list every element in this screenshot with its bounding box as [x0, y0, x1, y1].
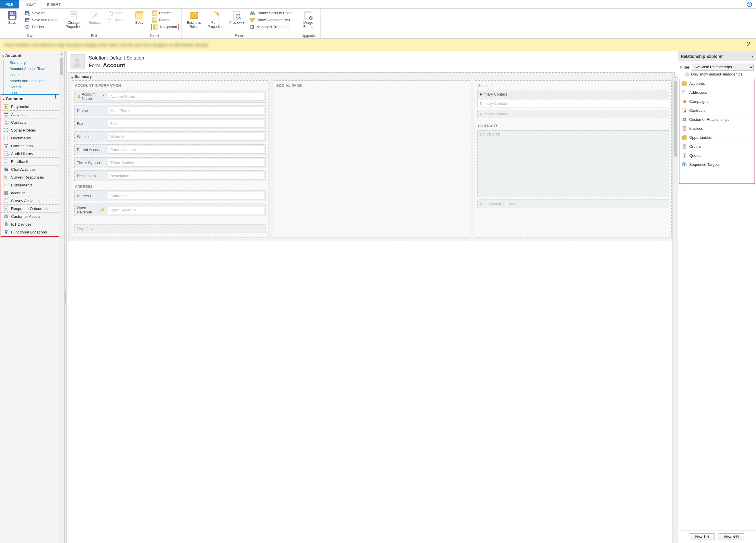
new-nn-button[interactable]: New N:N [719, 533, 744, 540]
relationship-item-sequence-targets[interactable]: Sequence Targets [679, 160, 755, 169]
tab-home[interactable]: HOME [19, 1, 41, 9]
merge-forms-button[interactable]: Merge Forms [299, 10, 317, 33]
scroll-thumb[interactable] [60, 58, 63, 75]
new-1n-button[interactable]: New 1:N [690, 533, 715, 540]
contacts-subgrid[interactable]: CONTACTS [477, 130, 669, 197]
relationship-explorer-header[interactable]: Relationship Explorer › [678, 51, 756, 61]
nav-link-details[interactable]: Details [3, 84, 64, 90]
business-rules-button[interactable]: Business Rules [185, 10, 203, 33]
footer-button[interactable]: Footer [151, 17, 178, 23]
field-input[interactable]: Parent Account [108, 146, 264, 154]
common-item-functional-locations[interactable]: Functional Locations [1, 228, 63, 236]
redo-button[interactable]: Redo [107, 17, 124, 23]
relationship-item-addresses[interactable]: Addresses [679, 88, 755, 97]
header-button[interactable]: Header [151, 10, 178, 16]
field-input[interactable]: Ticker Symbol [108, 159, 264, 167]
undo-button[interactable]: Undo [107, 10, 124, 16]
common-item-entitlements[interactable]: Entitlements [1, 181, 63, 189]
field-parent-account[interactable]: Parent AccountParent Account [74, 144, 266, 155]
scroll-up-icon[interactable]: ▲ [59, 51, 64, 57]
scroll-up-icon[interactable]: ▲ [673, 75, 678, 80]
navigation-button[interactable]: Navigation [151, 24, 178, 30]
nav-link-summary[interactable]: Summary [3, 59, 64, 66]
relationship-item-opportunities[interactable]: Opportunities [679, 133, 755, 142]
tab-insert[interactable]: INSERT [41, 0, 66, 8]
field-input[interactable]: Main Phone [108, 107, 264, 114]
nav-link-insights[interactable]: Insights [3, 72, 64, 78]
relationship-item-orders[interactable]: Orders [679, 142, 755, 151]
managed-properties-button[interactable]: Managed Properties [249, 24, 293, 30]
common-item-playbooks[interactable]: Playbooks [1, 103, 63, 111]
field-input[interactable]: Address 1 [108, 192, 264, 200]
relationship-item-label: Invoices [689, 126, 703, 131]
tab-file[interactable]: FILE [0, 0, 19, 8]
common-item-account[interactable]: account [1, 189, 63, 197]
preview-button[interactable]: Preview ▾ [228, 10, 246, 33]
iv-connector[interactable]: iv_connector_narrow [477, 199, 669, 208]
col-section[interactable]: Section Primary Contact Primary Contact … [475, 80, 672, 238]
common-item-response-outcomes[interactable]: Response Outcomes [1, 205, 63, 212]
publish-button[interactable]: Publish [24, 24, 58, 30]
show-dependencies-button[interactable]: Show Dependencies [249, 17, 293, 23]
field-website[interactable]: WebsiteWebsite [74, 131, 266, 142]
enable-security-button[interactable]: Enable Security Roles [249, 10, 293, 16]
field-input[interactable]: Open Revenue [108, 206, 264, 214]
form-properties-button[interactable]: Form Properties [206, 10, 225, 33]
field-ticker-symbol[interactable]: Ticker SymbolTicker Symbol [74, 157, 266, 168]
field-input[interactable]: Fax [108, 120, 264, 127]
canvas-scrollbar[interactable]: ▲ [672, 75, 678, 543]
common-item-activities[interactable]: Activities [1, 111, 63, 118]
only-unused-checkbox[interactable] [685, 73, 689, 76]
relationship-item-campaigns[interactable]: Campaigns [679, 97, 755, 106]
relationship-item-contracts[interactable]: Contracts [679, 106, 755, 115]
svg-point-69 [6, 231, 7, 232]
splitter[interactable] [64, 51, 67, 543]
relationship-item-invoices[interactable]: Invoices [679, 124, 755, 133]
common-item-chat-activities[interactable]: Chat Activities [1, 165, 63, 173]
save-as-button[interactable]: Save As [24, 10, 58, 16]
nav-link-assets[interactable]: Assets and Locations [3, 78, 64, 84]
leftnav-scrollbar[interactable]: ▲ [59, 51, 64, 543]
change-properties-button[interactable]: Change Properties [64, 10, 83, 33]
field-phone[interactable]: PhoneMain Phone [74, 105, 266, 116]
common-item-contacts[interactable]: Contacts [1, 118, 63, 126]
common-item-survey-activities[interactable]: Survey Activities [1, 197, 63, 205]
primary-contact-ghost[interactable]: Primary Contact [477, 110, 669, 118]
save-button[interactable]: Save [3, 10, 21, 33]
nav-link-access-team[interactable]: Account Access Team [3, 66, 64, 72]
field-input[interactable]: Account Name [108, 93, 264, 100]
relationship-item-accounts[interactable]: Accounts [679, 79, 755, 88]
field-primary-contact[interactable]: Primary Contact [477, 90, 669, 98]
filter-select[interactable]: Available Relationships [692, 64, 754, 71]
scroll-thumb[interactable] [674, 81, 677, 156]
field-input[interactable]: Description [108, 172, 264, 180]
summary-section[interactable]: Summary ACCOUNT INFORMATION 🔒Account Nam… [68, 72, 675, 241]
body-button[interactable]: Body [130, 10, 149, 33]
field-description[interactable]: DescriptionDescription [74, 170, 266, 181]
field-address-1[interactable]: Address 1Address 1 [74, 190, 266, 201]
map-view-section[interactable]: Map View [74, 224, 266, 233]
field-fax[interactable]: FaxFax [74, 118, 266, 129]
field-open-revenue[interactable]: Open Revenue🔑Open Revenue [74, 203, 266, 216]
field-input[interactable]: Website [108, 133, 264, 140]
help-icon[interactable]: ? [747, 2, 752, 7]
col-social-pane[interactable]: SOCIAL PANE [273, 80, 470, 238]
primary-contact-value[interactable]: Primary Contact [477, 100, 669, 107]
relationship-item-quotes[interactable]: $Quotes [679, 151, 755, 160]
common-item-survey-responses[interactable]: Survey Responses [1, 173, 63, 181]
common-item-documents[interactable]: Documents [1, 134, 63, 142]
only-unused-row[interactable]: Only show unused relationships [678, 72, 756, 79]
common-item-audit-history[interactable]: Audit History [1, 150, 63, 158]
remove-button[interactable]: Remove [86, 10, 104, 33]
relationship-item-customer-relationships[interactable]: Customer Relationships [679, 115, 755, 124]
save-close-button[interactable]: Save and Close [24, 17, 58, 23]
common-item-social-profiles[interactable]: Social Profiles [1, 126, 63, 134]
nav-header-account[interactable]: Account [0, 51, 64, 59]
common-item-feedback[interactable]: Feedback [1, 158, 63, 165]
common-item-customer-assets[interactable]: Customer Assets [1, 212, 63, 220]
common-item-connections[interactable]: Connections [1, 142, 63, 150]
col-account-info[interactable]: ACCOUNT INFORMATION 🔒Account Name*Accoun… [72, 80, 268, 238]
form-header: Solution: Default Solution Form: Account [68, 53, 675, 72]
field-account-name[interactable]: 🔒Account Name*Account Name [74, 90, 266, 103]
common-item-iot-devices[interactable]: IoT Devices [1, 220, 63, 228]
